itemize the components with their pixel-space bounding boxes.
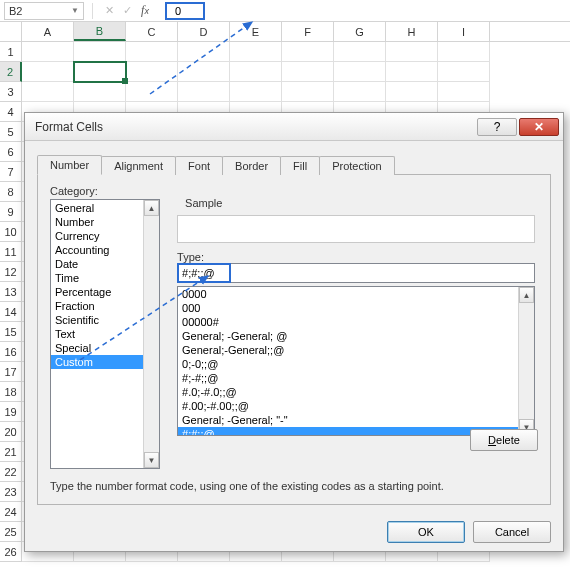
cell-E2[interactable] bbox=[230, 62, 282, 82]
row-header-11[interactable]: 11 bbox=[0, 242, 22, 262]
dialog-titlebar[interactable]: Format Cells ? ✕ bbox=[25, 113, 563, 141]
row-header-19[interactable]: 19 bbox=[0, 402, 22, 422]
row-header-1[interactable]: 1 bbox=[0, 42, 22, 62]
format-item[interactable]: 000 bbox=[178, 301, 534, 315]
column-header-f[interactable]: F bbox=[282, 22, 334, 41]
row-header-16[interactable]: 16 bbox=[0, 342, 22, 362]
sample-box bbox=[177, 215, 535, 243]
help-button[interactable]: ? bbox=[477, 118, 517, 136]
cell-C2[interactable] bbox=[126, 62, 178, 82]
cell-H2[interactable] bbox=[386, 62, 438, 82]
format-item[interactable]: General; -General; @ bbox=[178, 329, 534, 343]
column-header-d[interactable]: D bbox=[178, 22, 230, 41]
cell-B1[interactable] bbox=[74, 42, 126, 62]
select-all-corner[interactable] bbox=[0, 22, 22, 41]
cell-G2[interactable] bbox=[334, 62, 386, 82]
cell-A2[interactable] bbox=[22, 62, 74, 82]
row-header-4[interactable]: 4 bbox=[0, 102, 22, 122]
row-header-7[interactable]: 7 bbox=[0, 162, 22, 182]
cell-D1[interactable] bbox=[178, 42, 230, 62]
cell-D3[interactable] bbox=[178, 82, 230, 102]
cell-D2[interactable] bbox=[178, 62, 230, 82]
column-header-g[interactable]: G bbox=[334, 22, 386, 41]
column-header-e[interactable]: E bbox=[230, 22, 282, 41]
format-item[interactable]: 0000 bbox=[178, 287, 534, 301]
cell-C1[interactable] bbox=[126, 42, 178, 62]
cell-B2[interactable] bbox=[74, 62, 126, 82]
cell-F2[interactable] bbox=[282, 62, 334, 82]
row-header-3[interactable]: 3 bbox=[0, 82, 22, 102]
column-header-h[interactable]: H bbox=[386, 22, 438, 41]
tab-font[interactable]: Font bbox=[175, 156, 223, 175]
row-header-13[interactable]: 13 bbox=[0, 282, 22, 302]
format-item[interactable]: #.0;-#.0;;@ bbox=[178, 385, 534, 399]
cell-F1[interactable] bbox=[282, 42, 334, 62]
cell-E1[interactable] bbox=[230, 42, 282, 62]
row-header-17[interactable]: 17 bbox=[0, 362, 22, 382]
row-header-5[interactable]: 5 bbox=[0, 122, 22, 142]
row-header-15[interactable]: 15 bbox=[0, 322, 22, 342]
tab-number[interactable]: Number bbox=[37, 155, 102, 175]
tab-fill[interactable]: Fill bbox=[280, 156, 320, 175]
formula-value[interactable]: 0 bbox=[165, 2, 205, 20]
cell-H1[interactable] bbox=[386, 42, 438, 62]
format-item[interactable]: 0;-0;;@ bbox=[178, 357, 534, 371]
row-header-22[interactable]: 22 bbox=[0, 462, 22, 482]
cell-G3[interactable] bbox=[334, 82, 386, 102]
row-header-21[interactable]: 21 bbox=[0, 442, 22, 462]
cell-A1[interactable] bbox=[22, 42, 74, 62]
format-item[interactable]: General;-General;;@ bbox=[178, 343, 534, 357]
tab-alignment[interactable]: Alignment bbox=[101, 156, 176, 175]
row-header-8[interactable]: 8 bbox=[0, 182, 22, 202]
cell-C3[interactable] bbox=[126, 82, 178, 102]
cancel-button[interactable]: Cancel bbox=[473, 521, 551, 543]
cell-I1[interactable] bbox=[438, 42, 490, 62]
row-header-26[interactable]: 26 bbox=[0, 542, 22, 562]
row-header-10[interactable]: 10 bbox=[0, 222, 22, 242]
cell-H3[interactable] bbox=[386, 82, 438, 102]
cell-G1[interactable] bbox=[334, 42, 386, 62]
delete-button[interactable]: Delete bbox=[470, 429, 538, 451]
format-item[interactable]: General; -General; "-" bbox=[178, 413, 534, 427]
tab-protection[interactable]: Protection bbox=[319, 156, 395, 175]
tab-border[interactable]: Border bbox=[222, 156, 281, 175]
format-item[interactable]: #;-#;;@ bbox=[178, 371, 534, 385]
format-item[interactable]: 00000# bbox=[178, 315, 534, 329]
fx-icon[interactable]: fx bbox=[137, 3, 153, 19]
dropdown-icon[interactable]: ▼ bbox=[71, 6, 79, 15]
row-header-12[interactable]: 12 bbox=[0, 262, 22, 282]
hint-text: Type the number format code, using one o… bbox=[50, 480, 538, 492]
scrollbar[interactable]: ▲ ▼ bbox=[143, 200, 159, 468]
cell-F3[interactable] bbox=[282, 82, 334, 102]
close-button[interactable]: ✕ bbox=[519, 118, 559, 136]
ok-button[interactable]: OK bbox=[387, 521, 465, 543]
cell-I3[interactable] bbox=[438, 82, 490, 102]
scroll-up-icon[interactable]: ▲ bbox=[519, 287, 534, 303]
row-header-25[interactable]: 25 bbox=[0, 522, 22, 542]
format-item[interactable]: #.00;-#.00;;@ bbox=[178, 399, 534, 413]
column-header-b[interactable]: B bbox=[74, 22, 126, 41]
cell-E3[interactable] bbox=[230, 82, 282, 102]
scrollbar[interactable]: ▲ ▼ bbox=[518, 287, 534, 435]
row-header-24[interactable]: 24 bbox=[0, 502, 22, 522]
cell-B3[interactable] bbox=[74, 82, 126, 102]
row-header-6[interactable]: 6 bbox=[0, 142, 22, 162]
row-header-14[interactable]: 14 bbox=[0, 302, 22, 322]
cell-A3[interactable] bbox=[22, 82, 74, 102]
row-header-2[interactable]: 2 bbox=[0, 62, 22, 82]
row-header-18[interactable]: 18 bbox=[0, 382, 22, 402]
cell-I2[interactable] bbox=[438, 62, 490, 82]
row-header-9[interactable]: 9 bbox=[0, 202, 22, 222]
row-header-23[interactable]: 23 bbox=[0, 482, 22, 502]
column-header-i[interactable]: I bbox=[438, 22, 490, 41]
category-listbox[interactable]: GeneralNumberCurrencyAccountingDateTimeP… bbox=[50, 199, 160, 469]
dialog-title: Format Cells bbox=[35, 120, 475, 134]
row-header-20[interactable]: 20 bbox=[0, 422, 22, 442]
scroll-down-icon[interactable]: ▼ bbox=[144, 452, 159, 468]
column-header-c[interactable]: C bbox=[126, 22, 178, 41]
scroll-up-icon[interactable]: ▲ bbox=[144, 200, 159, 216]
name-box[interactable]: B2 ▼ bbox=[4, 2, 84, 20]
format-listbox[interactable]: 000000000000#General; -General; @General… bbox=[177, 286, 535, 436]
column-header-a[interactable]: A bbox=[22, 22, 74, 41]
type-input[interactable] bbox=[177, 263, 535, 283]
